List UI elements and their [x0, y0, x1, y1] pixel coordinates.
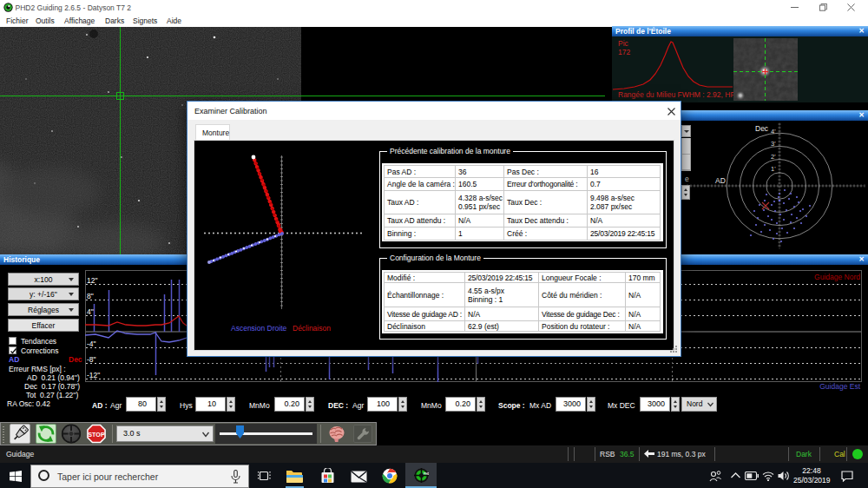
- svg-text:PHD: PHD: [424, 472, 429, 476]
- svg-text:2': 2': [771, 153, 776, 161]
- svg-text:3': 3': [771, 140, 776, 148]
- svg-text:1': 1': [771, 165, 776, 173]
- svg-text:Ascension Droite: Ascension Droite: [231, 324, 287, 333]
- svg-text:Déclinaison: Déclinaison: [293, 324, 331, 333]
- svg-text:AD: AD: [715, 176, 726, 185]
- svg-text:STOP: STOP: [88, 432, 105, 439]
- svg-text:4': 4': [771, 128, 776, 135]
- svg-text:Dec: Dec: [755, 124, 769, 133]
